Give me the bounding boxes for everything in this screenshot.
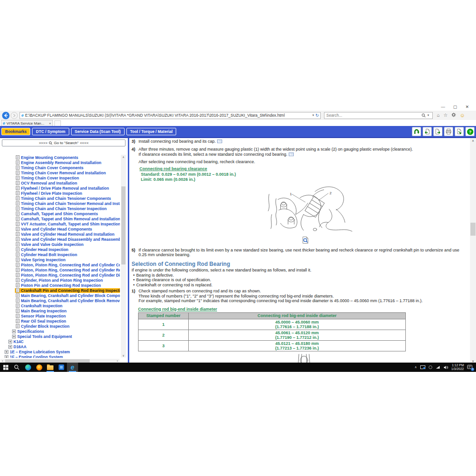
sidebar-tree-item[interactable]: OCV Removal and Installation: [0, 180, 120, 185]
expand-plus-icon[interactable]: [5, 350, 8, 354]
search-dropdown-icon[interactable]: ▾: [427, 113, 429, 117]
address-input[interactable]: e E:\BACKUP FLAMINGO MANUALS\SUZUKI (SI)…: [20, 112, 321, 119]
search-input[interactable]: Search... ▾: [324, 112, 433, 119]
sidebar-tree-item[interactable]: Engine Mounting Components: [0, 155, 120, 160]
new-tab-button[interactable]: [54, 120, 61, 126]
sidebar-tree-item[interactable]: Specifications: [0, 329, 120, 334]
sidebar-tree-item[interactable]: D16AA: [0, 344, 120, 349]
tray-volume-icon[interactable]: [443, 365, 448, 370]
sidebar-tree-item[interactable]: Crankshaft Pin and Connecting Rod Bearin…: [0, 288, 120, 293]
sidebar-tree-item[interactable]: Sensor Plate Inspection: [0, 313, 120, 318]
firefox-icon[interactable]: [33, 363, 45, 372]
home-icon[interactable]: ⌂: [437, 113, 440, 118]
toolbar-button[interactable]: Service Data (Scan Tool): [71, 128, 125, 135]
sidebar-vertical-scrollbar[interactable]: ∧ ∨: [121, 155, 126, 357]
sidebar-tree-item[interactable]: Main Bearing, Crankshaft and Cylinder Bl…: [0, 298, 120, 303]
help-icon[interactable]: ?: [465, 127, 475, 136]
minimize-button[interactable]: —: [437, 104, 449, 110]
sidebar-tree-item[interactable]: Camshaft, Tappet and Shim Components: [0, 211, 120, 216]
close-button[interactable]: ✕: [461, 104, 473, 110]
sidebar-tree-item[interactable]: Piston, Piston Ring, Connecting Rod and …: [0, 272, 120, 278]
tray-network-icon[interactable]: [436, 365, 440, 369]
settings-gear-icon[interactable]: [451, 112, 456, 118]
expand-plus-icon[interactable]: [12, 335, 16, 338]
start-button[interactable]: [0, 363, 11, 372]
sidebar-tree-item[interactable]: Special Tools and Equipment: [0, 334, 120, 339]
hidden-icons-chevron[interactable]: ∧: [415, 365, 417, 369]
expand-plus-icon[interactable]: [8, 345, 12, 349]
sidebar-tree-item[interactable]: Cylinder Head Inspection: [0, 247, 120, 252]
sidebar-tree-item[interactable]: Cylinder, Piston and Piston Ring Inspect…: [0, 278, 120, 283]
sidebar-tree-item[interactable]: Valve and Cylinder Head Components: [0, 226, 120, 231]
favorites-star-icon[interactable]: ☆: [443, 113, 448, 118]
sidebar-tree-item[interactable]: Cylinder Block Inspection: [0, 324, 120, 329]
expand-plus-icon[interactable]: [12, 330, 16, 333]
inline-image-icon[interactable]: [289, 152, 294, 158]
sidebar-tree-item[interactable]: 1F – Engine Cooling System: [0, 354, 120, 358]
sidebar-tree-item[interactable]: Rear Oil Seal Inspection: [0, 318, 120, 324]
feedback-smiley-icon[interactable]: ☺: [460, 113, 465, 118]
sidebar-tree-item[interactable]: Valve and Cylinder Head Removal and Inst…: [0, 231, 120, 237]
export-page-icon[interactable]: [455, 127, 464, 136]
tab-vitara-service-manual[interactable]: e VITARA Service Man... ×: [1, 120, 53, 126]
search-icon[interactable]: [422, 113, 426, 118]
photos-app-icon[interactable]: [56, 363, 67, 372]
previous-page-icon[interactable]: [423, 127, 432, 136]
refresh-icon[interactable]: ↻: [315, 113, 319, 118]
scrollbar-thumb[interactable]: [121, 186, 126, 264]
back-button[interactable]: [2, 112, 10, 119]
next-page-icon[interactable]: [433, 127, 443, 136]
scroll-up-icon[interactable]: ∧: [470, 139, 476, 143]
sidebar-tree-item[interactable]: Timing Chain Cover Components: [0, 165, 120, 170]
scrollbar-thumb[interactable]: [470, 223, 476, 236]
inline-image-icon[interactable]: [217, 139, 222, 145]
taskbar-search-icon[interactable]: [11, 363, 22, 372]
tray-bluetooth-icon[interactable]: [429, 365, 432, 369]
sidebar-tree-item[interactable]: K14C: [0, 339, 120, 344]
expand-plus-icon[interactable]: [5, 355, 8, 358]
forward-button[interactable]: [11, 112, 18, 119]
sidebar-tree-item[interactable]: Valve Spring Inspection: [0, 257, 120, 262]
sidebar-tree-item[interactable]: Crankshaft Inspection: [0, 303, 120, 308]
sidebar-tree-item[interactable]: Piston Pin and Connecting Rod Inspection: [0, 283, 120, 288]
scroll-down-icon[interactable]: ∨: [121, 354, 126, 357]
scroll-up-icon[interactable]: ∧: [121, 155, 126, 159]
sidebar-tree-item[interactable]: Timing Chain Cover Removal and Installat…: [0, 170, 120, 175]
sidebar-tree-item[interactable]: Flywheel / Drive Plate Inspection: [0, 191, 120, 196]
sidebar-tree-item[interactable]: Timing Chain Cover Inspection: [0, 175, 120, 180]
sidebar-tree-item[interactable]: Valve and Valve Guide Inspection: [0, 242, 120, 247]
sidebar-tree-item[interactable]: Main Bearing Inspection: [0, 308, 120, 313]
sidebar-tree-item[interactable]: Timing Chain and Chain Tensioner Inspect…: [0, 206, 120, 211]
go-to-search-button[interactable]: >>>> Go to "Search" <<<<: [2, 139, 126, 146]
sidebar-tree-item[interactable]: Piston, Piston Ring, Connecting Rod and …: [0, 262, 120, 267]
maximize-button[interactable]: ▢: [449, 104, 461, 110]
action-center-icon[interactable]: 3: [467, 365, 472, 370]
sidebar-tree-item[interactable]: 1E – Engine Lubrication System: [0, 349, 120, 354]
tray-display-icon[interactable]: [420, 365, 425, 370]
sidebar-tree-item[interactable]: Flywheel / Drive Plate Removal and Insta…: [0, 185, 120, 191]
sidebar-tree-item[interactable]: Engine Assembly Removal and Installation: [0, 160, 120, 165]
expand-plus-icon[interactable]: [8, 340, 12, 344]
edge-icon[interactable]: [22, 363, 33, 372]
print-icon[interactable]: [444, 127, 453, 136]
toolbar-button[interactable]: Tool / Torque / Material: [126, 128, 177, 135]
file-explorer-icon[interactable]: [45, 363, 56, 372]
zoom-image-icon[interactable]: [302, 237, 468, 244]
sidebar-tree-item[interactable]: Cylinder Head Bolt Inspection: [0, 252, 120, 257]
undo-icon[interactable]: [412, 127, 421, 136]
toolbar-button[interactable]: DTC / Symptom: [32, 128, 69, 135]
table-title[interactable]: Connecting rod big-end inside diameter: [138, 307, 468, 312]
toolbar-button[interactable]: Bookmarks: [1, 128, 30, 135]
sidebar-tree-item[interactable]: VVT Actuator, Camshaft, Tappet and Shim …: [0, 221, 120, 226]
sidebar-tree-item[interactable]: Valve and Cylinder Head Disassembly and …: [0, 237, 120, 242]
sidebar-tree-item[interactable]: Piston, Piston Ring, Connecting Rod and …: [0, 267, 120, 272]
sidebar-tree-item[interactable]: Timing Chain and Chain Tensioner Compone…: [0, 196, 120, 201]
main-vertical-scrollbar[interactable]: ∧ ∨: [470, 138, 476, 364]
taskbar-clock[interactable]: 1:12 PM 1/3/2022: [451, 364, 464, 371]
address-dropdown-icon[interactable]: ▾: [312, 113, 314, 117]
sidebar-tree-item[interactable]: Main Bearing, Crankshaft and Cylinder Bl…: [0, 293, 120, 298]
sidebar-tree-item[interactable]: Camshaft, Tappet and Shim Removal and In…: [0, 216, 120, 221]
sidebar-tree-item[interactable]: Timing Chain and Chain Tensioner Removal…: [0, 201, 120, 206]
internet-explorer-icon[interactable]: e: [67, 363, 78, 372]
clearance-spec-title[interactable]: Connecting rod bearing clearance: [139, 166, 468, 172]
